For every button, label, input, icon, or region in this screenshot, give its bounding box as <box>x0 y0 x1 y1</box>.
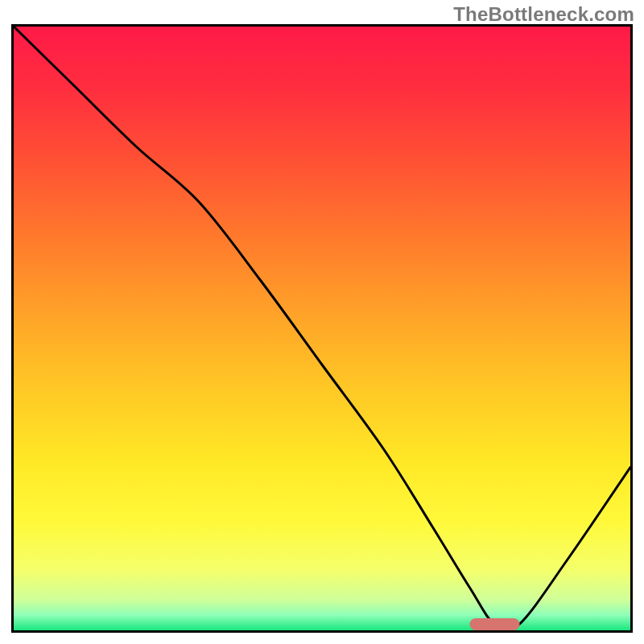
plot-area <box>11 24 633 633</box>
svg-rect-1 <box>470 619 519 630</box>
chart-container: TheBottleneck.com <box>0 0 644 644</box>
optimal-marker <box>14 27 630 630</box>
watermark-text: TheBottleneck.com <box>453 3 634 26</box>
